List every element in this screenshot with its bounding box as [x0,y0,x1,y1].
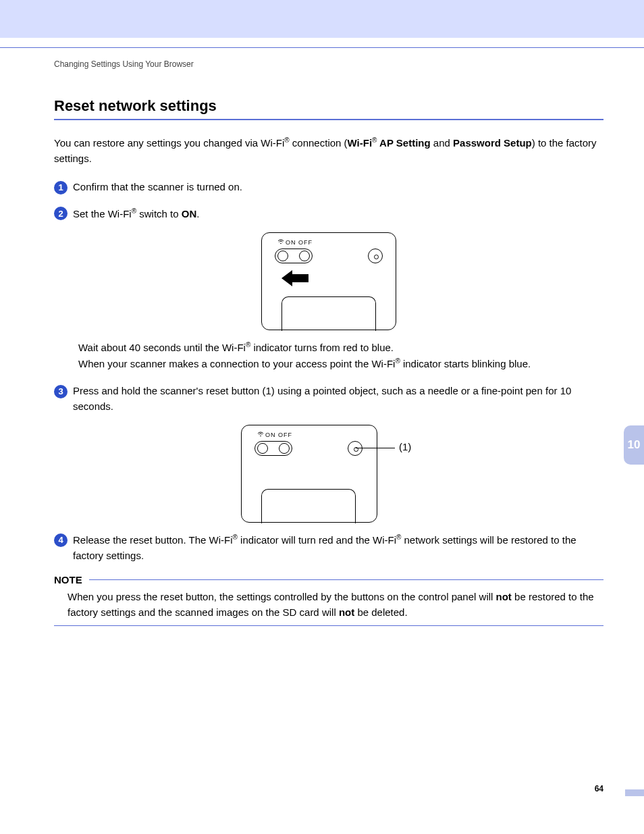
text: When you press the reset button, the set… [68,591,496,602]
registered-mark: ® [132,207,136,215]
step-text: Press and hold the scanner's reset butto… [73,384,603,414]
note-header: NOTE [54,574,603,585]
reset-button [348,441,363,456]
switch-knob [279,443,290,454]
step-2: 2 Set the Wi-Fi® switch to ON. [54,206,603,222]
text: indicator will turn red and the Wi-Fi [238,534,396,546]
text-bold: AP Setting [377,137,430,149]
step-4: 4 Release the reset button. The Wi-Fi® i… [54,532,603,563]
step-number-badge: 4 [54,533,68,547]
switch-labels: ON OFF [265,432,292,438]
step-3: 3 Press and hold the scanner's reset but… [54,384,603,414]
intro-paragraph: You can restore any settings you changed… [54,135,603,166]
note-rule [89,579,603,580]
step-badge-wrap: 3 [54,384,73,414]
svg-point-0 [280,243,281,244]
step-1: 1 Confirm that the scanner is turned on. [54,180,603,195]
text: and [431,137,453,149]
note-title: NOTE [54,574,82,585]
text: indicator starts blinking blue. [400,358,531,369]
text-bold: Wi-Fi [348,137,373,149]
wifi-switch [275,249,313,263]
text: Wait about 40 seconds until the Wi-Fi [78,342,246,353]
callout-line [356,448,395,448]
step-badge-wrap: 1 [54,180,73,195]
header-rule [0,47,644,48]
text: connection ( [290,137,348,149]
switch-knob [257,443,268,454]
device-slot [281,296,376,331]
step-number-badge: 2 [54,207,68,220]
wifi-icon [257,432,264,438]
section-breadcrumb: Changing Settings Using Your Browser [54,59,603,69]
page-title: Reset network settings [54,97,603,115]
step-text: Confirm that the scanner is turned on. [73,180,603,195]
reset-button [368,249,383,263]
step-text: Set the Wi-Fi® switch to ON. [73,206,603,222]
text-bold: not [339,606,354,618]
text: . [196,208,199,219]
page: Changing Settings Using Your Browser Res… [0,0,644,834]
svg-point-2 [260,436,261,437]
chapter-tab: 10 [624,425,644,465]
step-2-continued: Wait about 40 seconds until the Wi-Fi® i… [78,340,603,371]
arrow-left-icon [281,270,308,289]
title-rule [54,119,603,120]
wifi-switch [254,441,292,456]
text: Set the Wi-Fi [73,208,132,219]
svg-marker-1 [281,270,308,286]
switch-knob [299,251,310,261]
device-illustration-2: ON OFF (1) [54,425,603,523]
text: indicator turns from red to blue. [250,342,394,353]
page-number: 64 [595,784,603,793]
wifi-icon [277,239,284,246]
registered-mark: ® [233,533,238,541]
step-badge-wrap: 2 [54,206,73,222]
switch-knob [277,251,288,261]
text-bold: ON [182,208,197,219]
text: switch to [136,208,182,219]
text-bold: not [496,591,512,602]
step-number-badge: 1 [54,181,68,194]
corner-accent [625,789,644,796]
header-band [0,0,644,38]
device: ON OFF (1) [241,425,417,523]
device-illustration-1: ON OFF [54,232,603,330]
text: Release the reset button. The Wi-Fi [73,534,233,546]
callout-label: (1) [399,441,411,452]
note-block: NOTE When you press the reset button, th… [54,574,603,626]
registered-mark: ® [284,136,289,144]
step-badge-wrap: 4 [54,532,73,563]
text: You can restore any settings you changed… [54,137,284,149]
note-bottom-rule [54,625,603,626]
text: be deleted. [354,606,407,618]
device: ON OFF [261,232,396,330]
registered-mark: ® [395,357,400,365]
device-slot [261,489,356,523]
content: Changing Settings Using Your Browser Res… [54,59,603,626]
step-number-badge: 3 [54,385,68,398]
switch-labels: ON OFF [286,239,313,246]
note-body: When you press the reset button, the set… [68,590,603,620]
text: When your scanner makes a connection to … [78,358,395,369]
button-dot [374,255,379,259]
text-bold: Password Setup [453,137,532,149]
step-text: Release the reset button. The Wi-Fi® ind… [73,532,603,563]
